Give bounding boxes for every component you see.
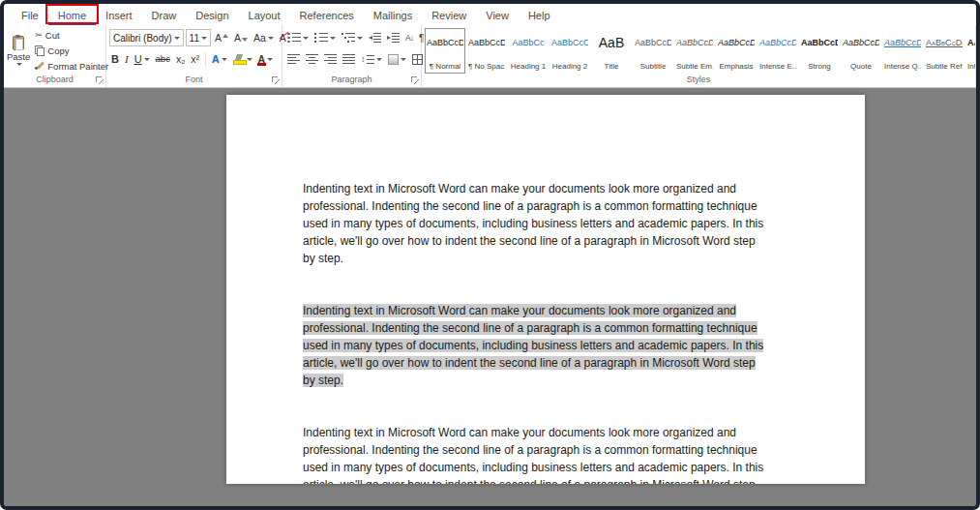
tab-insert[interactable]: Insert — [96, 7, 142, 25]
paragraph-dialog-launcher[interactable] — [411, 76, 419, 84]
font-size-value: 11 — [190, 33, 199, 44]
text-effects-button[interactable]: A — [210, 53, 229, 66]
style-no-spacing[interactable]: AaBbCcDc ¶ No Spac... — [466, 28, 507, 74]
italic-button[interactable]: I — [123, 53, 131, 66]
style-strong[interactable]: AaBbCcDc Strong — [799, 28, 840, 74]
style-emphasis[interactable]: AaBbCcDc Emphasis — [716, 28, 757, 74]
decrease-indent-icon — [369, 33, 381, 43]
paintbrush-icon — [35, 61, 45, 71]
style-normal[interactable]: AaBbCcDc ¶ Normal — [425, 28, 465, 74]
style-preview: AaBbCcDc — [843, 32, 879, 53]
superscript-button[interactable]: x² — [189, 53, 201, 66]
text-effects-icon: A — [212, 54, 220, 65]
style-title[interactable]: AaB Title — [591, 28, 632, 74]
paste-button[interactable]: Paste — [7, 27, 30, 74]
text-highlight-button[interactable] — [231, 53, 254, 66]
paragraph-group-label: Paragraph — [285, 74, 418, 87]
bullets-button[interactable] — [285, 32, 311, 44]
font-size-select[interactable]: 11 — [186, 29, 211, 46]
tab-design[interactable]: Design — [186, 7, 238, 25]
ribbon-body: Paste ✂ Cut Copy — [4, 25, 976, 87]
copy-icon — [35, 45, 45, 56]
align-center-button[interactable] — [304, 53, 320, 65]
style-quote[interactable]: AaBbCcDc Quote — [841, 28, 881, 74]
line-spacing-button[interactable]: ↕ — [359, 54, 384, 65]
paragraph-group: A↓ ¶ ↕ — [282, 25, 422, 87]
copy-button[interactable]: Copy — [35, 45, 108, 57]
paragraph-1-text: Indenting text in Microsoft Word can mak… — [303, 182, 763, 265]
multilevel-list-icon — [342, 33, 355, 43]
paragraph-1[interactable]: Indenting text in Microsoft Word can mak… — [303, 180, 769, 267]
sort-button[interactable]: A↓ — [403, 32, 415, 44]
numbering-button[interactable] — [312, 32, 338, 44]
font-color-button[interactable]: A — [256, 53, 276, 66]
style-name: Intense E... — [759, 62, 796, 71]
shading-button[interactable] — [386, 53, 408, 66]
paragraph-2-selected[interactable]: Indenting text in Microsoft Word can mak… — [303, 302, 769, 389]
align-left-button[interactable] — [285, 53, 302, 65]
font-color-icon: A — [258, 54, 266, 65]
underline-button[interactable]: U — [133, 53, 152, 66]
multilevel-list-button[interactable] — [340, 32, 365, 44]
bold-button[interactable]: B — [109, 53, 121, 66]
style-subtle-emphasis[interactable]: AaBbCcD Subtle Em... — [674, 28, 715, 74]
font-dialog-launcher[interactable] — [272, 76, 280, 84]
styles-group: AaBbCcDc ¶ Normal AaBbCcDc ¶ No Spac... … — [422, 25, 976, 87]
style-name: Title — [593, 62, 630, 71]
tab-review[interactable]: Review — [422, 7, 476, 25]
change-case-letters: Aa — [253, 33, 266, 44]
style-intense-emphasis[interactable]: AaBbCcDc Intense E... — [757, 28, 798, 74]
font-name-select[interactable]: Calibri (Body) — [109, 29, 184, 46]
font-name-value: Calibri (Body) — [113, 33, 172, 44]
style-intense-reference[interactable]: AaBbCcDc Intense R... — [965, 28, 976, 74]
tab-home[interactable]: Home — [48, 7, 96, 25]
arrow-down-icon — [242, 38, 248, 42]
change-case-button[interactable]: Aa — [252, 32, 276, 45]
chevron-down-icon — [247, 58, 252, 61]
style-name: ¶ No Spac... — [468, 62, 505, 71]
subscript-button[interactable]: x₂ — [174, 53, 187, 66]
tab-file[interactable]: File — [12, 7, 48, 25]
tab-draw[interactable]: Draw — [142, 7, 187, 25]
grow-font-button[interactable]: A — [213, 32, 230, 45]
style-name: Heading 2 — [551, 62, 588, 71]
chevron-down-icon — [267, 58, 273, 61]
borders-icon — [412, 54, 423, 65]
strikethrough-button[interactable]: abc — [154, 53, 172, 65]
style-subtle-reference[interactable]: AaBbCcDc Subtle Ref... — [924, 28, 965, 74]
format-painter-button[interactable]: Format Painter — [35, 60, 108, 73]
tab-layout[interactable]: Layout — [239, 7, 290, 25]
decrease-indent-button[interactable] — [367, 32, 383, 44]
style-intense-quote[interactable]: AaBbCcDc Intense Q... — [882, 28, 923, 74]
style-preview: AaBbCcDc — [468, 32, 505, 53]
shrink-font-button[interactable]: A — [232, 32, 250, 45]
style-heading-1[interactable]: AaBbCc Heading 1 — [508, 28, 549, 74]
format-painter-label: Format Painter — [47, 61, 108, 72]
style-preview: AaBbCcD — [676, 32, 713, 53]
increase-indent-button[interactable] — [385, 32, 401, 44]
paragraph-3[interactable]: Indenting text in Microsoft Word can mak… — [303, 424, 769, 484]
style-heading-2[interactable]: AaBbCcC Heading 2 — [549, 28, 590, 74]
chevron-down-icon — [401, 58, 406, 61]
clipboard-dialog-launcher[interactable] — [96, 76, 104, 84]
tab-help[interactable]: Help — [519, 7, 560, 25]
align-right-button[interactable] — [322, 53, 339, 65]
document-page[interactable]: Indenting text in Microsoft Word can mak… — [226, 95, 865, 484]
style-name: Intense Q... — [884, 62, 921, 71]
chevron-down-icon — [268, 37, 274, 40]
cut-button[interactable]: ✂ Cut — [35, 29, 108, 42]
style-name: ¶ Normal — [427, 62, 463, 71]
style-subtitle[interactable]: AaBbCcD Subtitle — [633, 28, 673, 74]
tab-references[interactable]: References — [290, 7, 364, 25]
superscript-icon: x² — [191, 54, 199, 65]
document-canvas[interactable]: Indenting text in Microsoft Word can mak… — [4, 88, 976, 506]
justify-button[interactable] — [341, 53, 357, 65]
font-group: Calibri (Body) 11 A A — [106, 25, 282, 87]
cut-label: Cut — [45, 30, 60, 41]
tab-view[interactable]: View — [476, 7, 519, 25]
tab-mailings[interactable]: Mailings — [364, 7, 422, 25]
paragraph-3-text: Indenting text in Microsoft Word can mak… — [303, 426, 763, 484]
clipboard-group: Paste ✂ Cut Copy — [4, 25, 106, 87]
style-name: Subtle Ref... — [926, 62, 963, 71]
style-name: Subtle Em... — [676, 62, 713, 71]
